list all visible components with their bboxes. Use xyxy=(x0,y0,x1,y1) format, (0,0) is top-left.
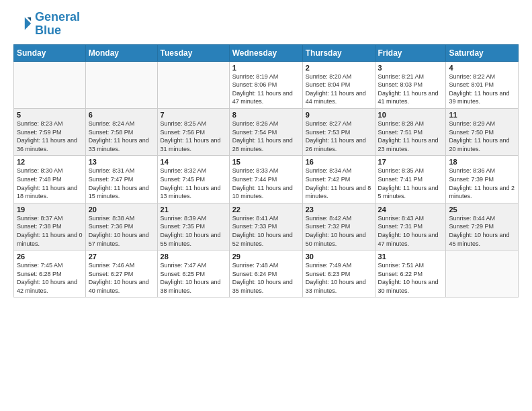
day-number: 22 xyxy=(232,205,300,214)
calendar-cell: 14Sunrise: 8:32 AM Sunset: 7:45 PM Dayli… xyxy=(157,156,229,203)
day-info: Sunrise: 8:39 AM Sunset: 7:35 PM Dayligh… xyxy=(161,214,226,248)
logo-icon xyxy=(13,15,32,34)
day-info: Sunrise: 7:51 AM Sunset: 6:22 PM Dayligh… xyxy=(378,261,443,295)
calendar-cell: 9Sunrise: 8:27 AM Sunset: 7:53 PM Daylig… xyxy=(302,108,375,155)
day-number: 21 xyxy=(161,205,226,214)
day-number: 29 xyxy=(232,253,300,261)
calendar-table: SundayMondayTuesdayWednesdayThursdayFrid… xyxy=(13,44,519,298)
day-info: Sunrise: 8:27 AM Sunset: 7:53 PM Dayligh… xyxy=(306,120,372,153)
calendar-cell: 15Sunrise: 8:33 AM Sunset: 7:44 PM Dayli… xyxy=(229,156,302,203)
logo-text: General Blue xyxy=(35,11,80,38)
calendar-cell: 24Sunrise: 8:43 AM Sunset: 7:31 PM Dayli… xyxy=(375,203,446,250)
day-number: 7 xyxy=(161,111,226,119)
day-number: 11 xyxy=(449,111,515,119)
header: General Blue xyxy=(13,11,519,38)
day-number: 24 xyxy=(378,205,443,214)
day-info: Sunrise: 8:34 AM Sunset: 7:42 PM Dayligh… xyxy=(306,167,372,200)
weekday-header-monday: Monday xyxy=(85,44,157,61)
calendar-week-row: 12Sunrise: 8:30 AM Sunset: 7:48 PM Dayli… xyxy=(14,156,519,203)
calendar-cell: 21Sunrise: 8:39 AM Sunset: 7:35 PM Dayli… xyxy=(157,203,229,250)
calendar-cell: 25Sunrise: 8:44 AM Sunset: 7:29 PM Dayli… xyxy=(446,203,519,250)
day-info: Sunrise: 8:41 AM Sunset: 7:33 PM Dayligh… xyxy=(232,214,300,248)
day-info: Sunrise: 8:33 AM Sunset: 7:44 PM Dayligh… xyxy=(232,167,300,200)
day-number: 3 xyxy=(378,64,443,72)
calendar-cell: 6Sunrise: 8:24 AM Sunset: 7:58 PM Daylig… xyxy=(85,108,157,155)
day-info: Sunrise: 8:37 AM Sunset: 7:38 PM Dayligh… xyxy=(17,214,83,248)
day-number: 6 xyxy=(89,111,154,119)
day-info: Sunrise: 8:36 AM Sunset: 7:39 PM Dayligh… xyxy=(449,167,515,200)
day-number: 30 xyxy=(306,253,372,261)
day-number: 12 xyxy=(17,158,83,166)
day-number: 27 xyxy=(89,253,154,261)
calendar-cell: 7Sunrise: 8:25 AM Sunset: 7:56 PM Daylig… xyxy=(157,108,229,155)
day-info: Sunrise: 8:38 AM Sunset: 7:36 PM Dayligh… xyxy=(89,214,154,248)
day-number: 23 xyxy=(306,205,372,214)
day-info: Sunrise: 8:28 AM Sunset: 7:51 PM Dayligh… xyxy=(378,120,443,153)
day-info: Sunrise: 8:23 AM Sunset: 7:59 PM Dayligh… xyxy=(17,120,83,153)
calendar-cell: 22Sunrise: 8:41 AM Sunset: 7:33 PM Dayli… xyxy=(229,203,302,250)
day-number: 16 xyxy=(306,158,372,166)
calendar-week-row: 5Sunrise: 8:23 AM Sunset: 7:59 PM Daylig… xyxy=(14,108,519,155)
calendar-cell: 10Sunrise: 8:28 AM Sunset: 7:51 PM Dayli… xyxy=(375,108,446,155)
day-info: Sunrise: 7:48 AM Sunset: 6:24 PM Dayligh… xyxy=(232,261,300,295)
day-info: Sunrise: 8:32 AM Sunset: 7:45 PM Dayligh… xyxy=(161,167,226,200)
calendar-cell: 11Sunrise: 8:29 AM Sunset: 7:50 PM Dayli… xyxy=(446,108,519,155)
calendar-cell: 20Sunrise: 8:38 AM Sunset: 7:36 PM Dayli… xyxy=(85,203,157,250)
day-info: Sunrise: 8:43 AM Sunset: 7:31 PM Dayligh… xyxy=(378,214,443,248)
day-info: Sunrise: 8:26 AM Sunset: 7:54 PM Dayligh… xyxy=(232,120,300,153)
day-info: Sunrise: 8:44 AM Sunset: 7:29 PM Dayligh… xyxy=(449,214,515,248)
day-info: Sunrise: 8:30 AM Sunset: 7:48 PM Dayligh… xyxy=(17,167,83,200)
day-number: 9 xyxy=(306,111,372,119)
day-number: 14 xyxy=(161,158,226,166)
day-info: Sunrise: 8:35 AM Sunset: 7:41 PM Dayligh… xyxy=(378,167,443,200)
day-info: Sunrise: 8:19 AM Sunset: 8:06 PM Dayligh… xyxy=(232,73,300,106)
day-info: Sunrise: 8:31 AM Sunset: 7:47 PM Dayligh… xyxy=(89,167,154,200)
day-number: 20 xyxy=(89,205,154,214)
day-number: 1 xyxy=(232,64,300,72)
day-info: Sunrise: 8:29 AM Sunset: 7:50 PM Dayligh… xyxy=(449,120,515,153)
day-info: Sunrise: 8:20 AM Sunset: 8:04 PM Dayligh… xyxy=(306,73,372,106)
calendar-cell: 1Sunrise: 8:19 AM Sunset: 8:06 PM Daylig… xyxy=(229,61,302,108)
calendar-week-row: 19Sunrise: 8:37 AM Sunset: 7:38 PM Dayli… xyxy=(14,203,519,250)
day-number: 25 xyxy=(449,205,515,214)
weekday-header-friday: Friday xyxy=(375,44,446,61)
weekday-header-wednesday: Wednesday xyxy=(229,44,302,61)
day-number: 13 xyxy=(89,158,154,166)
calendar-cell xyxy=(446,250,519,298)
calendar-cell: 16Sunrise: 8:34 AM Sunset: 7:42 PM Dayli… xyxy=(302,156,375,203)
calendar-cell: 18Sunrise: 8:36 AM Sunset: 7:39 PM Dayli… xyxy=(446,156,519,203)
calendar-cell xyxy=(157,61,229,108)
day-info: Sunrise: 8:24 AM Sunset: 7:58 PM Dayligh… xyxy=(89,120,154,153)
day-number: 17 xyxy=(378,158,443,166)
weekday-header-saturday: Saturday xyxy=(446,44,519,61)
day-info: Sunrise: 7:49 AM Sunset: 6:23 PM Dayligh… xyxy=(306,261,372,295)
day-number: 31 xyxy=(378,253,443,261)
calendar-cell: 3Sunrise: 8:21 AM Sunset: 8:03 PM Daylig… xyxy=(375,61,446,108)
weekday-header-sunday: Sunday xyxy=(14,44,86,61)
calendar-week-row: 1Sunrise: 8:19 AM Sunset: 8:06 PM Daylig… xyxy=(14,61,519,108)
day-info: Sunrise: 8:42 AM Sunset: 7:32 PM Dayligh… xyxy=(306,214,372,248)
calendar-cell: 28Sunrise: 7:47 AM Sunset: 6:25 PM Dayli… xyxy=(157,250,229,298)
page: General Blue SundayMondayTuesdayWednesda… xyxy=(0,0,532,411)
weekday-header-tuesday: Tuesday xyxy=(157,44,229,61)
calendar-cell xyxy=(14,61,86,108)
calendar-cell: 31Sunrise: 7:51 AM Sunset: 6:22 PM Dayli… xyxy=(375,250,446,298)
calendar-week-row: 26Sunrise: 7:45 AM Sunset: 6:28 PM Dayli… xyxy=(14,250,519,298)
calendar-cell: 30Sunrise: 7:49 AM Sunset: 6:23 PM Dayli… xyxy=(302,250,375,298)
calendar-cell: 27Sunrise: 7:46 AM Sunset: 6:27 PM Dayli… xyxy=(85,250,157,298)
day-number: 28 xyxy=(161,253,226,261)
day-number: 15 xyxy=(232,158,300,166)
day-info: Sunrise: 7:47 AM Sunset: 6:25 PM Dayligh… xyxy=(161,261,226,295)
calendar-cell: 13Sunrise: 8:31 AM Sunset: 7:47 PM Dayli… xyxy=(85,156,157,203)
day-info: Sunrise: 7:46 AM Sunset: 6:27 PM Dayligh… xyxy=(89,261,154,295)
day-number: 4 xyxy=(449,64,515,72)
logo: General Blue xyxy=(13,11,80,38)
day-number: 5 xyxy=(17,111,83,119)
calendar-cell: 4Sunrise: 8:22 AM Sunset: 8:01 PM Daylig… xyxy=(446,61,519,108)
calendar-cell: 19Sunrise: 8:37 AM Sunset: 7:38 PM Dayli… xyxy=(14,203,86,250)
day-info: Sunrise: 8:25 AM Sunset: 7:56 PM Dayligh… xyxy=(161,120,226,153)
day-info: Sunrise: 8:21 AM Sunset: 8:03 PM Dayligh… xyxy=(378,73,443,106)
day-number: 10 xyxy=(378,111,443,119)
day-number: 26 xyxy=(17,253,83,261)
calendar-cell: 26Sunrise: 7:45 AM Sunset: 6:28 PM Dayli… xyxy=(14,250,86,298)
